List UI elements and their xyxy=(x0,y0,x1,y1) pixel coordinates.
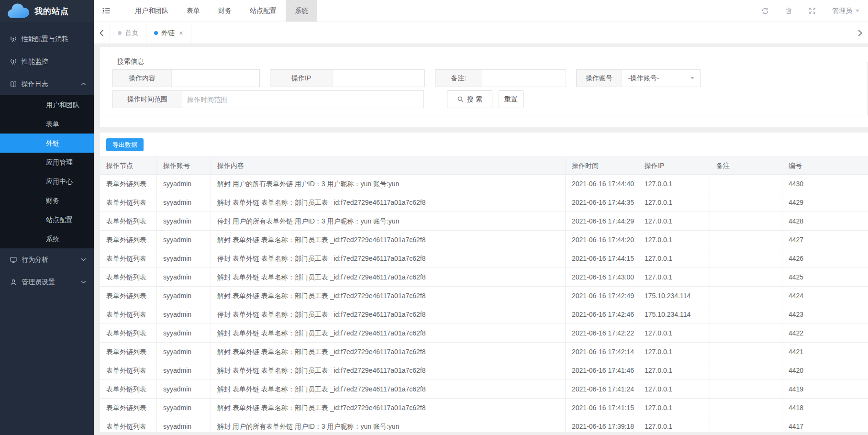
cell-time: 2021-06-16 17:41:24 xyxy=(566,380,638,398)
content-input[interactable] xyxy=(172,70,259,87)
trash-icon[interactable] xyxy=(785,7,792,14)
cell-node: 表单外链列表 xyxy=(100,380,157,398)
content-field-label: 操作内容 xyxy=(113,70,172,87)
sidebar-group-behavior-analysis[interactable]: 行为分析 xyxy=(0,248,94,271)
topnav-item-site-config[interactable]: 站点配置 xyxy=(241,0,286,22)
table-body: 表单外链列表syyadmin解封 用户的所有表单外链 用户ID：3 用户昵称：y… xyxy=(100,175,868,432)
cell-node: 表单外链列表 xyxy=(100,175,157,193)
cell-ip: 127.0.0.1 xyxy=(638,193,710,212)
sidebar-item-label: 性能监控 xyxy=(22,57,86,66)
topnav-item-finance[interactable]: 财务 xyxy=(209,0,241,22)
header-actions: 管理员 xyxy=(761,0,868,22)
book-icon xyxy=(10,80,17,88)
admin-dropdown[interactable]: 管理员 xyxy=(832,7,859,15)
cell-ip: 127.0.0.1 xyxy=(638,399,710,417)
cell-id: 4428 xyxy=(782,212,868,230)
sidebar-item-label: 行为分析 xyxy=(22,256,77,264)
cell-account: syyadmin xyxy=(157,193,211,212)
broadcast-icon xyxy=(10,35,17,43)
note-input[interactable] xyxy=(482,70,566,87)
cell-content: 解封 表单外链 表单名称：部门员工表 _id:f7ed2729e46117a01… xyxy=(211,268,566,286)
cell-time: 2021-06-16 17:44:15 xyxy=(566,249,638,268)
cell-node: 表单外链列表 xyxy=(100,417,157,432)
fullscreen-icon[interactable] xyxy=(809,7,816,14)
table-row: 表单外链列表syyadmin解封 表单外链 表单名称：部门员工表 _id:f7e… xyxy=(100,231,868,249)
submenu-item-external-links[interactable]: 外链 xyxy=(0,134,94,153)
cell-content: 解封 表单外链 表单名称：部门员工表 _id:f7ed2729e46117a01… xyxy=(211,193,566,212)
cell-content: 停封 用户的所有表单外链 用户ID：3 用户昵称：yun 账号:yun xyxy=(211,212,566,230)
tab-home[interactable]: 首页 xyxy=(110,22,146,44)
table-row: 表单外链列表syyadmin解封 用户的所有表单外链 用户ID：3 用户昵称：y… xyxy=(100,175,868,193)
cell-id: 4422 xyxy=(782,324,868,342)
cell-id: 4423 xyxy=(782,305,868,323)
table-row: 表单外链列表syyadmin停封 用户的所有表单外链 用户ID：3 用户昵称：y… xyxy=(100,212,868,231)
refresh-icon[interactable] xyxy=(761,7,769,15)
cell-note xyxy=(710,343,782,361)
sidebar: 性能配置与消耗 性能监控 操作日志 xyxy=(0,22,94,435)
table-row: 表单外链列表syyadmin解封 表单外链 表单名称：部门员工表 _id:f7e… xyxy=(100,380,868,399)
search-legend: 搜索信息 xyxy=(114,57,147,66)
tab-label: 首页 xyxy=(125,29,138,37)
table-row: 表单外链列表syyadmin停封 表单外链 表单名称：部门员工表 _id:f7e… xyxy=(100,249,868,268)
cell-account: syyadmin xyxy=(157,175,211,193)
caret-down-icon xyxy=(690,77,694,79)
cell-node: 表单外链列表 xyxy=(100,343,157,361)
ip-field-group: 操作IP xyxy=(270,69,425,87)
submenu-item-users[interactable]: 用户和团队 xyxy=(0,95,94,114)
header: 我的站点 用户和团队 表单 财务 站点配置 系统 xyxy=(0,0,868,22)
column-header-account: 操作账号 xyxy=(157,157,211,174)
cell-ip: 127.0.0.1 xyxy=(638,361,710,379)
menu-fold-icon[interactable] xyxy=(94,0,117,22)
export-data-button[interactable]: 导出数据 xyxy=(106,138,144,151)
operation-log-table: 操作节点 操作账号 操作内容 操作时间 操作IP 备注 编号 表单外链列表syy… xyxy=(100,156,868,432)
account-field-label: 操作账号 xyxy=(577,70,622,87)
site-title: 我的站点 xyxy=(34,6,69,17)
topnav-item-forms[interactable]: 表单 xyxy=(178,0,209,22)
account-select[interactable]: -操作账号- xyxy=(622,70,700,87)
cell-time: 2021-06-16 17:42:46 xyxy=(566,305,638,323)
submenu-item-app-center[interactable]: 应用中心 xyxy=(0,172,94,191)
cell-ip: 127.0.0.1 xyxy=(638,175,710,193)
cell-time: 2021-06-16 17:44:20 xyxy=(566,231,638,249)
cell-note xyxy=(710,175,782,193)
tab-close-icon[interactable]: × xyxy=(179,29,183,37)
time-range-input[interactable] xyxy=(182,91,423,108)
search-fieldset: 搜索信息 操作内容 操作IP 备注: xyxy=(106,57,868,115)
column-header-ip: 操作IP xyxy=(638,157,710,174)
topnav-item-users[interactable]: 用户和团队 xyxy=(126,0,178,22)
tabs-scroll-left-icon[interactable] xyxy=(94,22,110,44)
tab-dot xyxy=(154,31,158,35)
column-header-id: 编号 xyxy=(782,157,868,174)
topbar: 用户和团队 表单 财务 站点配置 系统 xyxy=(94,0,868,22)
cell-content: 解封 用户的所有表单外链 用户ID：3 用户昵称：yun 账号:yun xyxy=(211,417,566,432)
tab-external-links[interactable]: 外链 × xyxy=(146,22,191,44)
table-row: 表单外链列表syyadmin解封 表单外链 表单名称：部门员工表 _id:f7e… xyxy=(100,343,868,361)
ip-input[interactable] xyxy=(333,70,424,87)
cell-id: 4425 xyxy=(782,268,868,286)
cell-note xyxy=(710,268,782,286)
submenu-item-app-manage[interactable]: 应用管理 xyxy=(0,153,94,172)
cell-ip: 127.0.0.1 xyxy=(638,231,710,249)
cell-account: syyadmin xyxy=(157,305,211,323)
table-row: 表单外链列表syyadmin解封 表单外链 表单名称：部门员工表 _id:f7e… xyxy=(100,287,868,305)
column-header-note: 备注 xyxy=(710,157,782,174)
caret-down-icon xyxy=(856,10,859,12)
submenu-item-forms[interactable]: 表单 xyxy=(0,114,94,134)
sidebar-group-admin-settings[interactable]: 管理员设置 xyxy=(0,271,94,293)
column-header-content: 操作内容 xyxy=(211,157,566,174)
sidebar-group-operation-log[interactable]: 操作日志 xyxy=(0,73,94,95)
sidebar-item-performance-monitor[interactable]: 性能监控 xyxy=(0,50,94,73)
note-field-label: 备注: xyxy=(435,70,482,87)
submenu-item-system[interactable]: 系统 xyxy=(0,229,94,248)
topnav-item-system[interactable]: 系统 xyxy=(286,0,317,22)
reset-button[interactable]: 重置 xyxy=(499,90,523,108)
sidebar-item-performance-config[interactable]: 性能配置与消耗 xyxy=(0,28,94,50)
submenu-item-finance[interactable]: 财务 xyxy=(0,191,94,210)
tabs-scroll-right-icon[interactable] xyxy=(852,22,868,44)
cell-time: 2021-06-16 17:44:35 xyxy=(566,193,638,212)
cell-note xyxy=(710,361,782,379)
cell-content: 停封 表单外链 表单名称：部门员工表 _id:f7ed2729e46117a01… xyxy=(211,305,566,323)
submenu-item-site-config[interactable]: 站点配置 xyxy=(0,210,94,229)
search-button[interactable]: 搜 索 xyxy=(447,90,492,108)
broadcast-icon xyxy=(10,58,17,66)
